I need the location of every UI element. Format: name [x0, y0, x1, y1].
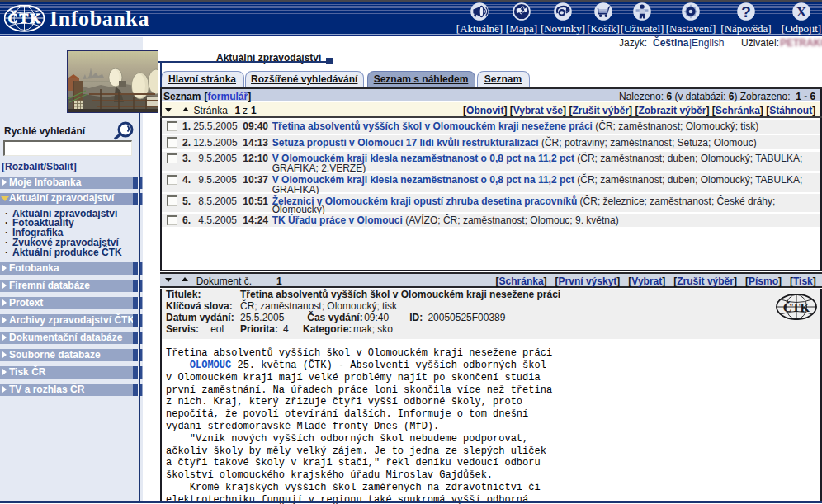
- svg-text:?: ?: [741, 3, 751, 21]
- svg-text:ČTK: ČTK: [783, 300, 810, 313]
- svg-text:X: X: [796, 4, 807, 20]
- svg-text:ČTK: ČTK: [8, 11, 42, 26]
